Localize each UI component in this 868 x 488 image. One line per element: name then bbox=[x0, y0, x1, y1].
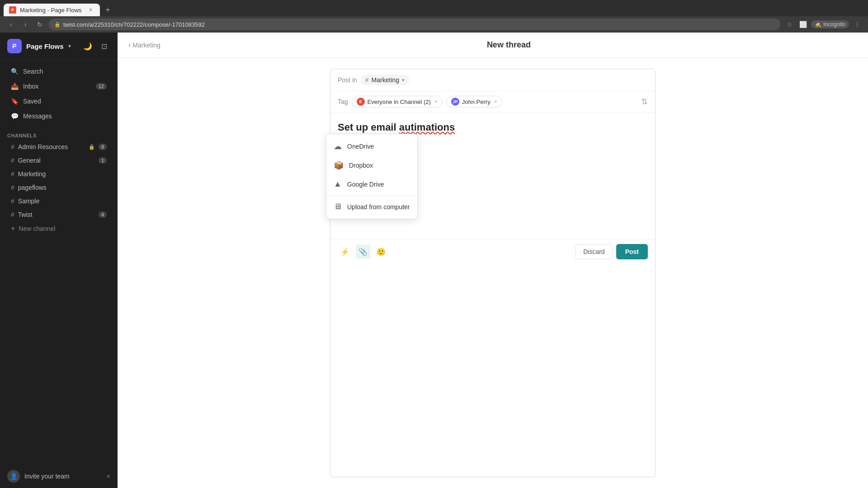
inbox-badge: 12 bbox=[96, 83, 107, 89]
sidebar-header: P Page Flows ▾ 🌙 ⊡ bbox=[0, 33, 118, 60]
moon-icon[interactable]: 🌙 bbox=[81, 40, 94, 52]
browser-toolbar-actions: ☆ ⬜ 🕵 Incognito ⋮ bbox=[784, 19, 863, 30]
bookmark-icon[interactable]: ☆ bbox=[784, 19, 795, 30]
hash-icon: # bbox=[11, 211, 14, 218]
new-tab-button[interactable]: + bbox=[102, 4, 114, 16]
john-perry-chip-label: John Perry bbox=[462, 99, 491, 105]
back-chevron-icon: ‹ bbox=[128, 41, 131, 49]
channel-marketing-label: Marketing bbox=[18, 170, 107, 178]
channel-item-marketing[interactable]: # Marketing bbox=[4, 168, 114, 180]
onedrive-option[interactable]: ☁ OneDrive bbox=[326, 137, 417, 156]
upload-from-computer-label: Upload from computer bbox=[347, 203, 410, 211]
dropbox-label: Dropbox bbox=[349, 162, 373, 169]
everyone-chip-label: Everyone in Channel (2) bbox=[368, 99, 431, 105]
active-tab[interactable]: P Marketing - Page Flows × bbox=[4, 4, 100, 16]
workspace-info[interactable]: P Page Flows ▾ bbox=[7, 39, 71, 53]
channel-item-pageflows[interactable]: # pageflows bbox=[4, 181, 114, 194]
back-nav-button[interactable]: ‹ bbox=[5, 19, 16, 30]
post-in-channel-selector[interactable]: # Marketing ▾ bbox=[361, 75, 409, 85]
main-content: ‹ Marketing New thread Post in # Marketi… bbox=[118, 33, 868, 488]
twist-badge: 4 bbox=[99, 211, 107, 218]
john-perry-chip-avatar: JP bbox=[451, 98, 459, 106]
nav-item-messages[interactable]: 💬 Messages bbox=[4, 109, 114, 123]
nav-inbox-label: Inbox bbox=[23, 83, 38, 90]
post-in-chevron-icon: ▾ bbox=[402, 77, 405, 83]
everyone-in-channel-chip[interactable]: E Everyone in Channel (2) × bbox=[352, 96, 443, 108]
general-badge: 1 bbox=[99, 157, 107, 164]
address-bar[interactable]: 🔒 twist.com/a/225310/ch/702222/compose/-… bbox=[49, 19, 780, 30]
attachment-tool-button[interactable]: 📎 bbox=[356, 244, 370, 259]
channel-twist-label: Twist bbox=[18, 211, 95, 218]
incognito-icon: 🕵 bbox=[815, 21, 821, 28]
upload-from-computer-option[interactable]: 🖥 Upload from computer bbox=[326, 197, 417, 216]
channel-admin-resources-label: Admin Resources bbox=[18, 143, 85, 150]
breadcrumb-back-label: Marketing bbox=[132, 42, 160, 49]
nav-item-inbox[interactable]: 📥 Inbox 12 bbox=[4, 79, 114, 94]
post-in-bar: Post in # Marketing ▾ bbox=[330, 69, 655, 91]
google-drive-icon: ▲ bbox=[334, 179, 342, 189]
nav-search-label: Search bbox=[23, 68, 43, 75]
invite-close-icon[interactable]: × bbox=[107, 473, 110, 480]
layout-icon[interactable]: ⊡ bbox=[98, 40, 110, 52]
hash-icon: # bbox=[11, 197, 14, 205]
channel-general-label: General bbox=[18, 157, 95, 164]
new-channel-button[interactable]: + New channel bbox=[4, 222, 114, 235]
nav-item-search[interactable]: 🔍 Search bbox=[4, 64, 114, 79]
channel-item-twist[interactable]: # Twist 4 bbox=[4, 208, 114, 221]
invite-team-section[interactable]: 👤 Invite your team × bbox=[0, 465, 118, 488]
incognito-label: Incognito bbox=[823, 21, 845, 28]
main-header: ‹ Marketing New thread bbox=[118, 33, 868, 58]
post-button[interactable]: Post bbox=[616, 244, 648, 259]
browser-menu-icon[interactable]: ⋮ bbox=[852, 19, 863, 30]
post-in-label: Post in bbox=[338, 76, 357, 84]
extensions-icon[interactable]: ⬜ bbox=[797, 19, 808, 30]
tag-label: Tag bbox=[338, 98, 348, 105]
reload-button[interactable]: ↻ bbox=[34, 19, 45, 30]
workspace-chevron-icon: ▾ bbox=[68, 43, 71, 49]
channel-item-general[interactable]: # General 1 bbox=[4, 154, 114, 167]
sidebar-nav: 🔍 Search 📥 Inbox 12 🔖 Saved 💬 Messages bbox=[0, 60, 118, 127]
nav-item-saved[interactable]: 🔖 Saved bbox=[4, 94, 114, 108]
google-drive-option[interactable]: ▲ Google Drive bbox=[326, 175, 417, 193]
lock-icon: 🔒 bbox=[89, 144, 95, 150]
admin-resources-badge: 8 bbox=[99, 144, 107, 150]
thread-title: Set up email autimations bbox=[338, 122, 648, 133]
back-button[interactable]: ‹ Marketing bbox=[128, 41, 160, 49]
discard-button[interactable]: Discard bbox=[576, 244, 612, 259]
dropbox-icon: 📦 bbox=[334, 160, 344, 170]
messages-icon: 💬 bbox=[11, 113, 19, 120]
plus-icon: + bbox=[11, 225, 15, 233]
tag-bar: Tag E Everyone in Channel (2) × JP John … bbox=[330, 91, 655, 113]
thread-title-squiggle: autimations bbox=[399, 122, 455, 133]
tab-favicon: P bbox=[9, 6, 16, 14]
hash-icon: # bbox=[11, 157, 14, 164]
invite-avatar-icon: 👤 bbox=[7, 470, 20, 483]
search-icon: 🔍 bbox=[11, 68, 19, 75]
composer-card: Post in # Marketing ▾ Tag E Everyone in … bbox=[330, 69, 656, 477]
workspace-avatar: P bbox=[7, 39, 22, 53]
tag-expand-icon[interactable]: ⇅ bbox=[641, 97, 648, 107]
forward-nav-button[interactable]: › bbox=[20, 19, 31, 30]
saved-icon: 🔖 bbox=[11, 98, 19, 105]
google-drive-label: Google Drive bbox=[347, 181, 384, 188]
channel-item-sample[interactable]: # Sample bbox=[4, 195, 114, 207]
upload-computer-icon: 🖥 bbox=[334, 202, 342, 211]
john-perry-chip[interactable]: JP John Perry × bbox=[446, 96, 502, 108]
inbox-icon: 📥 bbox=[11, 83, 19, 90]
file-dropdown-menu: ☁ OneDrive 📦 Dropbox ▲ Google Drive bbox=[326, 134, 418, 219]
tab-title: Marketing - Page Flows bbox=[20, 7, 82, 14]
channel-sample-label: Sample bbox=[18, 197, 107, 205]
sidebar-header-icons: 🌙 ⊡ bbox=[81, 40, 110, 52]
dropbox-option[interactable]: 📦 Dropbox bbox=[326, 156, 417, 175]
lightning-tool-button[interactable]: ⚡ bbox=[338, 244, 352, 259]
channel-item-admin-resources[interactable]: # Admin Resources 🔒 8 bbox=[4, 141, 114, 153]
onedrive-label: OneDrive bbox=[347, 143, 374, 150]
emoji-tool-button[interactable]: 🙂 bbox=[374, 244, 388, 259]
everyone-chip-remove-icon[interactable]: × bbox=[434, 99, 438, 105]
hash-icon: # bbox=[11, 143, 14, 150]
john-perry-chip-remove-icon[interactable]: × bbox=[494, 99, 497, 105]
everyone-chip-avatar: E bbox=[357, 98, 365, 106]
sidebar: P Page Flows ▾ 🌙 ⊡ 🔍 Search 📥 Inbox 12 🔖 bbox=[0, 33, 118, 488]
tab-close-button[interactable]: × bbox=[87, 6, 94, 14]
hash-icon: # bbox=[11, 184, 14, 191]
